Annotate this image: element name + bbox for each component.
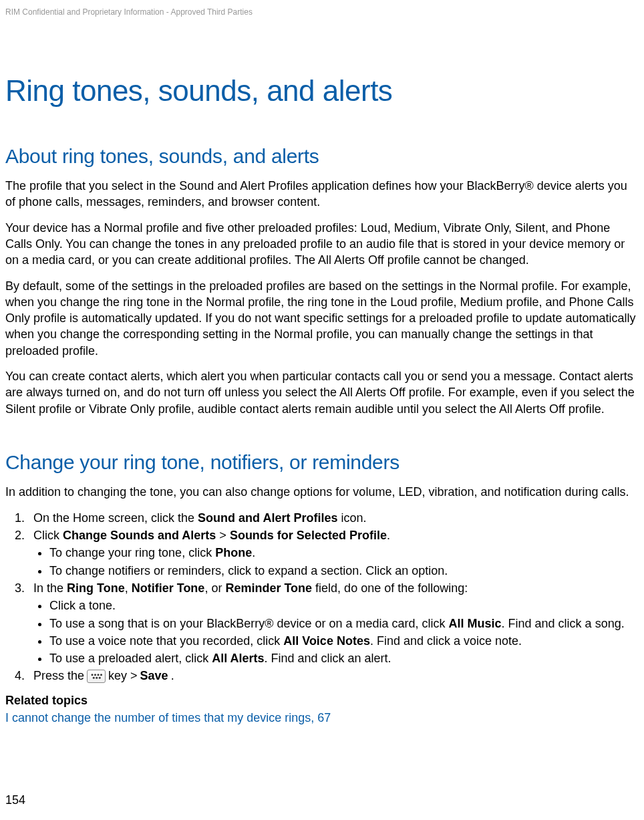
step-3-post: field, do one of the following: — [312, 581, 468, 595]
confidential-header: RIM Confidential and Proprietary Informa… — [5, 7, 639, 17]
step-2-post: . — [387, 529, 390, 542]
related-topics-heading: Related topics — [5, 692, 639, 708]
about-paragraph-3: By default, some of the settings in the … — [5, 278, 639, 359]
svg-point-2 — [93, 676, 95, 678]
change-intro: In addition to changing the tone, you ca… — [5, 484, 639, 500]
svg-point-3 — [96, 676, 98, 678]
step-3-sub-3: To use a voice note that you recorded, c… — [49, 633, 639, 649]
step-3-sub-2-pre: To use a song that is on your BlackBerry… — [49, 617, 449, 630]
blackberry-menu-key-icon — [87, 670, 106, 683]
step-3-b2: Notifier Tone — [132, 581, 205, 595]
section-change-heading: Change your ring tone, notifiers, or rem… — [5, 449, 639, 476]
step-3-b1: Ring Tone — [67, 581, 125, 595]
step-3-sub-4-bold: All Alerts — [212, 652, 264, 665]
page-number: 154 — [5, 792, 25, 808]
svg-point-1 — [94, 674, 96, 676]
step-3-sub-2: To use a song that is on your BlackBerry… — [49, 616, 639, 632]
step-2-sub-1-bold: Phone — [215, 546, 252, 559]
section-about-heading: About ring tones, sounds, and alerts — [5, 143, 639, 170]
svg-point-4 — [98, 674, 100, 676]
step-1-bold: Sound and Alert Profiles — [198, 511, 337, 525]
steps-list: On the Home screen, click the Sound and … — [5, 510, 639, 684]
step-2-bold-1: Change Sounds and Alerts — [63, 529, 216, 542]
svg-point-0 — [92, 674, 94, 676]
step-4-pre: Press the — [33, 668, 84, 684]
step-2-bold-2: Sounds for Selected Profile — [230, 529, 387, 542]
about-paragraph-4: You can create contact alerts, which ale… — [5, 368, 639, 417]
step-2: Click Change Sounds and Alerts > Sounds … — [28, 527, 639, 579]
step-3-b3: Reminder Tone — [225, 581, 312, 595]
step-1-text-post: icon. — [337, 511, 366, 525]
step-3-c1: , — [125, 581, 132, 595]
step-4-mid: key > — [108, 668, 138, 684]
step-3-sub-1: Click a tone. — [49, 597, 639, 613]
step-2-sub-2: To change notifiers or reminders, click … — [49, 563, 639, 579]
step-3-sub-3-pre: To use a voice note that you recorded, c… — [49, 634, 283, 648]
step-3-sub-2-bold: All Music — [449, 617, 502, 630]
step-4-post: . — [171, 668, 174, 684]
step-3-c2: , or — [204, 581, 225, 595]
step-3-sub-2-post: . Find and click a song. — [502, 617, 625, 630]
step-3-sub-4: To use a preloaded alert, click All Aler… — [49, 650, 639, 666]
step-1-text-pre: On the Home screen, click the — [33, 511, 198, 525]
step-3-sub-3-post: . Find and click a voice note. — [370, 634, 522, 648]
step-4-bold: Save — [140, 668, 168, 684]
about-paragraph-2: Your device has a Normal profile and fiv… — [5, 220, 639, 269]
step-3: In the Ring Tone, Notifier Tone, or Remi… — [28, 580, 639, 666]
svg-point-5 — [99, 676, 101, 678]
step-2-sub-1-pre: To change your ring tone, click — [49, 546, 215, 559]
step-3-sub-3-bold: All Voice Notes — [283, 634, 370, 648]
step-3-sub-4-post: . Find and click an alert. — [265, 652, 391, 665]
step-1: On the Home screen, click the Sound and … — [28, 510, 639, 526]
step-4: Press the key > Save. — [28, 668, 639, 684]
step-2-sublist: To change your ring tone, click Phone. T… — [33, 545, 639, 579]
step-2-pre: Click — [33, 529, 63, 542]
step-2-mid: > — [216, 529, 230, 542]
step-2-sub-1: To change your ring tone, click Phone. — [49, 545, 639, 561]
svg-point-6 — [100, 674, 102, 676]
step-3-sub-4-pre: To use a preloaded alert, click — [49, 652, 212, 665]
page-title: Ring tones, sounds, and alerts — [5, 71, 639, 110]
step-2-sub-1-post: . — [252, 546, 255, 559]
step-3-pre: In the — [33, 581, 67, 595]
about-paragraph-1: The profile that you select in the Sound… — [5, 178, 639, 211]
step-3-sublist: Click a tone. To use a song that is on y… — [33, 597, 639, 666]
related-link[interactable]: I cannot change the number of times that… — [5, 710, 639, 726]
